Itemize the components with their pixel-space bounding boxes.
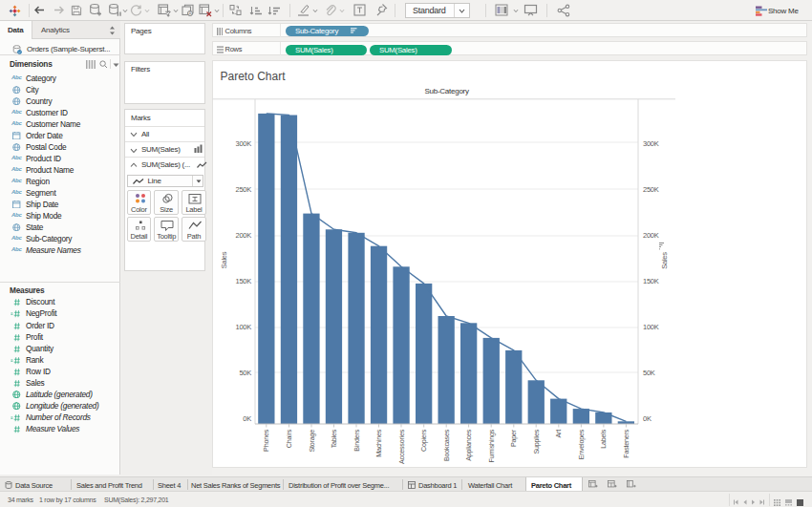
- svg-text:250K: 250K: [643, 185, 659, 194]
- svg-text:0K: 0K: [643, 414, 652, 423]
- svg-text:Sales: Sales: [660, 252, 669, 269]
- svg-text:50K: 50K: [239, 369, 251, 377]
- svg-text:Machines: Machines: [374, 429, 383, 456]
- svg-text:Furnishings: Furnishings: [487, 429, 496, 462]
- svg-text:Bookcases: Bookcases: [442, 429, 451, 461]
- svg-text:Art: Art: [554, 430, 563, 438]
- svg-text:50K: 50K: [643, 369, 655, 377]
- svg-text:Phones: Phones: [262, 429, 270, 452]
- svg-text:150K: 150K: [643, 277, 659, 285]
- svg-text:100K: 100K: [235, 323, 251, 331]
- svg-text:300K: 300K: [643, 139, 659, 148]
- svg-text:Supplies: Supplies: [532, 429, 541, 454]
- svg-text:A: A: [188, 11, 192, 16]
- svg-text:300K: 300K: [235, 139, 251, 148]
- svg-text:Fasteners: Fasteners: [622, 429, 630, 457]
- svg-text:Sub-Category: Sub-Category: [424, 87, 469, 95]
- svg-text:Paper: Paper: [509, 429, 518, 447]
- svg-text:Labels: Labels: [599, 429, 608, 448]
- svg-text:200K: 200K: [643, 231, 659, 240]
- svg-text:Storage: Storage: [308, 430, 316, 453]
- svg-text:250K: 250K: [235, 185, 251, 194]
- svg-text:Envelopes: Envelopes: [577, 429, 586, 459]
- svg-text:Binders: Binders: [353, 429, 361, 451]
- svg-text:Copiers: Copiers: [419, 429, 428, 452]
- svg-text:200K: 200K: [235, 231, 251, 240]
- svg-text:Chairs: Chairs: [285, 429, 293, 448]
- svg-text:100K: 100K: [643, 323, 659, 331]
- svg-text:Appliances: Appliances: [464, 429, 473, 460]
- svg-text:150K: 150K: [235, 277, 251, 285]
- svg-text:0K: 0K: [243, 414, 251, 423]
- svg-text:Pareto Chart: Pareto Chart: [221, 70, 287, 83]
- svg-text:Sales: Sales: [220, 251, 228, 268]
- svg-text:Tables: Tables: [330, 429, 338, 448]
- svg-text:Accessories: Accessories: [397, 429, 406, 464]
